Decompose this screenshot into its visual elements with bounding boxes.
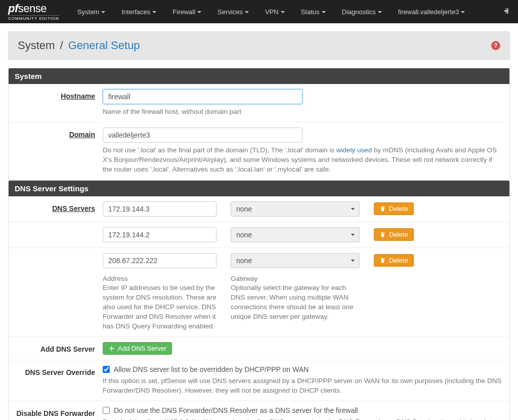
row-dns-servers-2: none Delete Address Enter IP addresses t… bbox=[9, 247, 509, 337]
brand-edition: COMMUNITY EDITION bbox=[8, 15, 59, 21]
help-dns-override: If this option is set, pfSense will use … bbox=[103, 376, 502, 396]
brand-logo[interactable]: pfsense COMMUNITY EDITION bbox=[8, 3, 59, 21]
nav-services[interactable]: Services bbox=[209, 8, 257, 16]
page-header: System / General Setup ? bbox=[8, 31, 510, 60]
add-dns-server-button[interactable]: Add DNS Server bbox=[103, 342, 172, 355]
row-dns-servers-0: DNS Servers none Delete bbox=[9, 196, 509, 222]
label-domain: Domain bbox=[69, 131, 95, 139]
caret-icon bbox=[461, 11, 465, 13]
dns-address-input-0[interactable] bbox=[103, 201, 217, 217]
nav-status[interactable]: Status bbox=[293, 8, 334, 16]
plus-icon bbox=[108, 345, 115, 352]
caret-icon bbox=[245, 11, 249, 13]
dns-delete-button-0[interactable]: Delete bbox=[374, 202, 414, 215]
breadcrumb: System / General Setup bbox=[18, 39, 140, 52]
nav-hostname[interactable]: firewall.valledeljerte3 bbox=[390, 8, 473, 16]
row-dns-servers-1: none Delete bbox=[9, 222, 509, 247]
dns-gateway-title: Gateway bbox=[231, 275, 257, 282]
help-domain: Do not use '.local' as the final part of… bbox=[103, 146, 502, 175]
dns-address-title: Address bbox=[103, 275, 128, 282]
top-navbar: pfsense COMMUNITY EDITION System Interfa… bbox=[0, 0, 518, 23]
label-add-dns: Add DNS Server bbox=[40, 345, 95, 353]
caret-icon bbox=[101, 11, 105, 13]
trash-icon bbox=[379, 257, 386, 264]
caret-icon bbox=[281, 11, 285, 13]
dns-address-input-1[interactable] bbox=[103, 227, 217, 242]
help-icon[interactable]: ? bbox=[491, 41, 500, 50]
dns-gateway-select-0[interactable]: none bbox=[231, 201, 360, 217]
label-dns-servers: DNS Servers bbox=[52, 204, 95, 213]
dns-override-checkbox[interactable] bbox=[103, 366, 110, 373]
panel-system: System Hostname Name of the firewall hos… bbox=[8, 68, 510, 180]
nav-system[interactable]: System bbox=[69, 8, 113, 16]
dns-address-help: Enter IP addresses to be used by the sys… bbox=[103, 284, 217, 330]
caret-icon bbox=[378, 11, 382, 13]
nav-firewall[interactable]: Firewall bbox=[164, 8, 209, 16]
row-hostname: Hostname Name of the firewall host, with… bbox=[9, 84, 509, 122]
row-domain: Domain Do not use '.local' as the final … bbox=[9, 122, 509, 180]
row-add-dns: Add DNS Server Add DNS Server bbox=[9, 337, 509, 360]
caret-icon bbox=[152, 11, 156, 13]
hostname-input[interactable] bbox=[103, 89, 303, 104]
dns-gateway-select-1[interactable]: none bbox=[231, 227, 360, 242]
disable-forwarder-checkbox-label: Do not use the DNS Forwarder/DNS Resolve… bbox=[114, 406, 358, 414]
breadcrumb-root[interactable]: System bbox=[18, 39, 55, 52]
domain-input[interactable] bbox=[103, 128, 303, 143]
help-disable-forwarder: By default localhost (127.0.0.1) will be… bbox=[103, 417, 502, 420]
label-dns-override: DNS Server Override bbox=[25, 368, 95, 376]
help-hostname: Name of the firewall host, without domai… bbox=[103, 107, 502, 117]
breadcrumb-page[interactable]: General Setup bbox=[68, 39, 140, 52]
nav-interfaces[interactable]: Interfaces bbox=[113, 8, 164, 16]
panel-dns-heading: DNS Server Settings bbox=[9, 181, 509, 196]
dns-override-checkbox-label: Allow DNS server list to be overridden b… bbox=[114, 365, 309, 373]
label-disable-forwarder: Disable DNS Forwarder bbox=[16, 409, 95, 417]
panel-dns: DNS Server Settings DNS Servers none Del… bbox=[8, 180, 510, 420]
link-widely-used[interactable]: widely used bbox=[336, 146, 372, 154]
dns-gateway-help: Optionally select the gateway for each D… bbox=[231, 284, 353, 320]
breadcrumb-separator: / bbox=[60, 39, 63, 52]
label-hostname: Hostname bbox=[61, 92, 95, 100]
nav-diagnostics[interactable]: Diagnostics bbox=[334, 8, 390, 16]
panel-system-heading: System bbox=[9, 68, 509, 84]
disable-forwarder-checkbox[interactable] bbox=[103, 407, 110, 414]
caret-icon bbox=[197, 11, 201, 13]
trash-icon bbox=[379, 231, 386, 238]
dns-delete-button-2[interactable]: Delete bbox=[374, 254, 414, 267]
dns-gateway-select-2[interactable]: none bbox=[231, 253, 360, 268]
logout-icon[interactable] bbox=[503, 7, 510, 16]
nav-vpn[interactable]: VPN bbox=[257, 8, 293, 16]
dns-delete-button-1[interactable]: Delete bbox=[374, 228, 414, 241]
row-disable-forwarder: Disable DNS Forwarder Do not use the DNS… bbox=[9, 401, 509, 420]
trash-icon bbox=[379, 205, 386, 212]
row-dns-override: DNS Server Override Allow DNS server lis… bbox=[9, 360, 509, 401]
caret-icon bbox=[322, 11, 326, 13]
dns-address-input-2[interactable] bbox=[103, 253, 217, 268]
nav-menu: System Interfaces Firewall Services VPN … bbox=[69, 8, 503, 16]
